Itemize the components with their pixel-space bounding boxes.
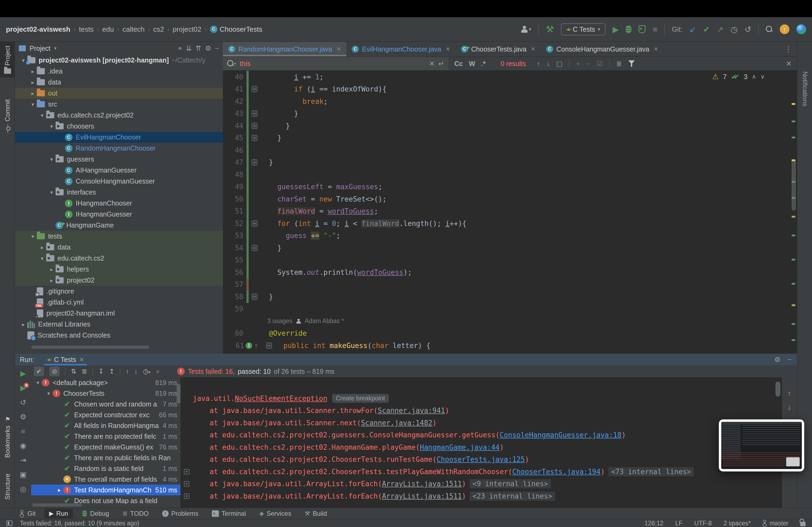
tab-overflow-icon[interactable]: ⋮ [780, 42, 797, 56]
tree-row[interactable]: ⊘.gitignore [15, 286, 223, 297]
breadcrumb-item[interactable]: cs2 [153, 25, 164, 33]
chevron-down-icon[interactable]: ▾ [54, 45, 57, 51]
tree-row[interactable]: ▸data [15, 77, 223, 88]
fold-icon[interactable]: − [251, 293, 258, 300]
close-tab-icon[interactable]: ✕ [654, 46, 658, 52]
test-settings-icon[interactable]: ⚙ [20, 413, 26, 421]
toggle-auto-test-icon[interactable]: ↺ [20, 398, 26, 407]
rollback-icon[interactable]: ↺ [744, 25, 751, 34]
create-breakpoint-chip[interactable]: Create breakpoint [332, 394, 389, 403]
test-chevron-icon[interactable]: ▾ [45, 390, 53, 396]
editor-tab[interactable]: CRandomHangmanChooser.java✕ [223, 42, 346, 56]
tree-row[interactable]: ▸helpers [15, 264, 223, 275]
expand-fold-icon[interactable]: + [184, 481, 189, 486]
fold-icon[interactable]: − [266, 342, 272, 349]
test-console[interactable]: java.util.NoSuchElementExceptionCreate b… [180, 377, 782, 508]
search-toggle[interactable]: W [469, 60, 475, 67]
editor-vscrollbar[interactable] [792, 160, 796, 211]
select-all-occurrences-icon[interactable]: ☑ [597, 60, 603, 67]
next-occurrence-icon[interactable]: ↓ [547, 60, 550, 67]
test-row[interactable]: ✔There are no protected fielc1 ms [31, 431, 180, 442]
stack-trace-link[interactable]: ConsoleHangmanGuesser.java:18 [500, 431, 622, 439]
tree-chevron-icon[interactable]: ▸ [29, 90, 37, 96]
tree-row[interactable]: ▸out [15, 88, 223, 99]
tree-chevron-icon[interactable]: ▸ [47, 277, 56, 284]
stack-trace-link[interactable]: ChooserTests.java:125 [437, 455, 525, 463]
pin-icon[interactable]: ◎ [20, 485, 26, 494]
unlock-icon[interactable] [800, 522, 806, 526]
newline-icon[interactable]: ↵ [438, 60, 444, 67]
tree-row[interactable]: ▪project02-hangman.iml [15, 308, 223, 319]
close-find-bar-icon[interactable]: ✕ [786, 60, 797, 67]
sort-alphabetically-icon[interactable]: ⇅ [71, 367, 76, 375]
toolwindow-button-git[interactable]: Git [15, 509, 41, 518]
notifications-stripe-label[interactable]: Notifications [801, 71, 809, 107]
override-gutter-icon[interactable]: I [246, 342, 252, 349]
show-ignored-toggle[interactable]: ⊘ [49, 366, 60, 376]
tree-row[interactable]: ▾interfaces [15, 187, 223, 198]
tree-row[interactable]: C▸HangmanGame [15, 220, 223, 231]
breadcrumb-item[interactable]: edu [102, 25, 114, 33]
tree-chevron-icon[interactable]: ▾ [47, 123, 56, 130]
filter-icon[interactable] [628, 60, 635, 67]
prev-problem-icon[interactable]: ∧ [752, 73, 756, 80]
tree-row[interactable]: ▸.idea [15, 66, 223, 77]
test-row[interactable]: ✔Expected constructor exc66 ms [31, 409, 180, 420]
breadcrumb-item[interactable]: CChooserTests [210, 25, 262, 33]
code-editor[interactable]: ⚠ 7 ✔✔ 3 ∧ ∨ 40 i += 1;41− if (i == inde… [223, 71, 797, 353]
internal-lines-note[interactable]: <9 internal lines> [470, 479, 551, 488]
file-encoding[interactable]: UTF-8 [694, 520, 712, 527]
tree-row[interactable]: YML.gitlab-ci.yml [15, 297, 223, 308]
tree-row[interactable]: CConsoleHangmanGuesser [15, 176, 223, 187]
debug-button[interactable] [626, 26, 632, 33]
test-row[interactable]: ▾!<default package>819 ms [31, 377, 180, 388]
run-button[interactable]: ▶ [612, 25, 619, 34]
tree-chevron-icon[interactable]: ▾ [29, 101, 37, 108]
tree-chevron-icon[interactable]: ▸ [47, 266, 56, 273]
hide-panel-icon[interactable]: − [215, 44, 219, 52]
stripe-tab-bookmarks[interactable]: ⚑ Bookmarks [0, 412, 15, 462]
rerun-failed-icon[interactable]: ▶9 [20, 384, 26, 392]
test-tree-vscrollbar[interactable] [177, 384, 180, 404]
gear-icon[interactable]: ⚙ [205, 44, 211, 52]
search-toggle[interactable]: Cc [454, 60, 463, 67]
tree-chevron-icon[interactable]: ▸ [19, 321, 27, 328]
collapse-all-icon[interactable]: ⇈ [195, 44, 201, 52]
fold-icon[interactable]: − [251, 245, 258, 251]
test-row[interactable]: ✔Random is a static field1 ms [31, 463, 180, 474]
locate-file-icon[interactable]: ⌖ [178, 44, 182, 52]
tree-row[interactable]: ▾edu.caltech.cs2.project02 [15, 110, 223, 121]
clear-search-icon[interactable]: ✕ [429, 60, 435, 67]
test-chevron-icon[interactable]: ▸ [55, 487, 63, 493]
test-row[interactable]: ✔Expected makeGuess() ex76 ms [31, 442, 180, 452]
internal-lines-note[interactable]: <73 internal lines> [608, 467, 694, 476]
git-commit-icon[interactable]: ✔ [703, 25, 710, 34]
toolwindow-button-run[interactable]: ▶Run [44, 509, 73, 518]
screen-preview-thumbnail[interactable] [719, 419, 804, 471]
internal-lines-note[interactable]: <23 internal lines> [470, 492, 555, 501]
tree-row[interactable]: IIHangmanGuesser [15, 209, 223, 220]
stack-trace-link[interactable]: ArrayList.java:1511 [382, 492, 462, 500]
sort-by-duration-icon[interactable]: ≣ [82, 367, 87, 375]
tree-row[interactable]: ▾edu.caltech.cs2 [15, 253, 223, 264]
search-input[interactable]: ▾ this ✕ ↵ [223, 57, 448, 70]
toolwindow-button-debug[interactable]: Debug [77, 509, 114, 518]
tree-row[interactable]: ▸External Libraries [15, 319, 223, 330]
editor-tab[interactable]: CConsoleHangmanGuesser.java✕ [541, 42, 664, 56]
tree-row[interactable]: CRandomHangmanChooser [15, 143, 223, 154]
collapse-all-icon[interactable]: ↥ [109, 367, 114, 375]
test-row[interactable]: ✕The overall number of fields4 ms [31, 474, 180, 485]
import-tests-icon[interactable]: ⇥ [20, 456, 26, 465]
toolwindow-button-terminal[interactable]: >_Terminal [207, 509, 251, 518]
prev-occurrence-icon[interactable]: ↑ [537, 60, 540, 67]
tree-row[interactable]: Scratches and Consoles [15, 330, 223, 341]
filter-lines-icon[interactable]: ≣ [616, 60, 622, 67]
thread-dump-icon[interactable]: ◉ [20, 441, 26, 450]
fold-icon[interactable]: − [251, 135, 258, 141]
breadcrumb-item[interactable]: project02 [173, 25, 201, 33]
test-row[interactable]: ✔Chosen word and random a7 ms [31, 399, 180, 409]
tree-chevron-icon[interactable]: ▾ [38, 112, 46, 119]
layout-icon[interactable] [6, 521, 12, 526]
add-occurrence-icon[interactable]: + [576, 60, 580, 67]
tree-row[interactable]: CAIHangmanGuesser [15, 165, 223, 176]
